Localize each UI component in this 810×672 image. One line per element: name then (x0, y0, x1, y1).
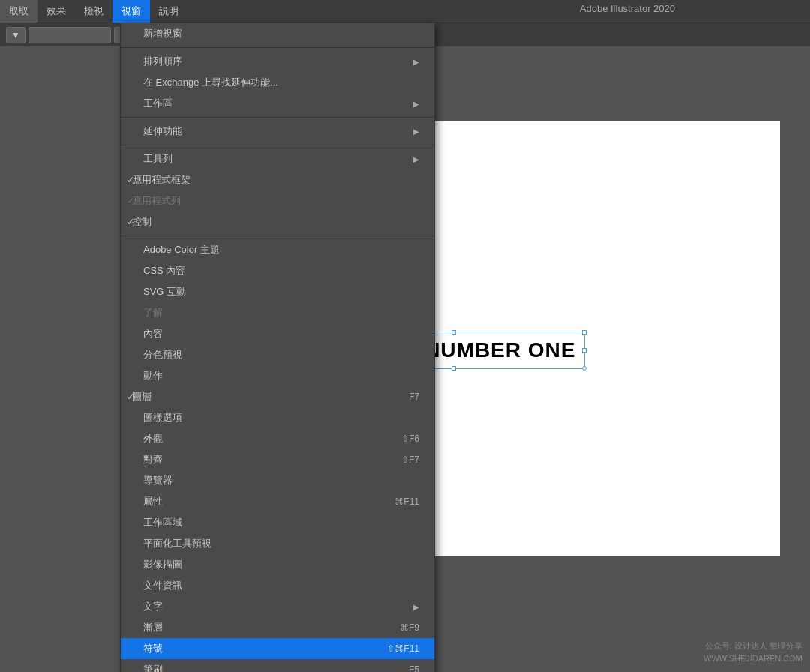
menu-brushes[interactable]: 筆刷 F5 (121, 659, 434, 672)
watermark: 公众号: 设计达人 整理分享 WWW.SHEJIDAREN.COM (704, 640, 802, 664)
menu-item-view[interactable]: 檢視 (75, 0, 112, 22)
menu-learn: 了解 (121, 302, 434, 323)
menu-arrange[interactable]: 排列順序 ▶ (121, 51, 434, 72)
menubar: 取取 效果 檢視 視窗 説明 Adobe Illustrator 2020 (0, 0, 810, 22)
menu-svg-label: SVG 互動 (143, 285, 186, 298)
menu-text-arrow: ▶ (413, 603, 419, 611)
separator-1 (121, 47, 434, 48)
menu-symbols[interactable]: 符號 ⇧⌘F11 (121, 638, 434, 659)
menu-layers-shortcut: F7 (409, 392, 419, 402)
menu-text[interactable]: 文字 ▶ (121, 596, 434, 617)
menu-css-label: CSS 內容 (143, 264, 185, 278)
menu-text-label: 文字 (143, 600, 163, 614)
adobe-title: Adobe Illustrator 2020 (580, 3, 675, 14)
menu-adobe-color[interactable]: Adobe Color 主題 (121, 239, 434, 260)
handle-tr (582, 330, 586, 334)
menu-separation-label: 分色預視 (143, 348, 182, 362)
menu-appearance[interactable]: 外觀 ⇧F6 (121, 428, 434, 449)
menu-app-frame-check: ✓ (127, 175, 134, 185)
menu-actions-label: 動作 (143, 369, 163, 382)
separator-3 (121, 145, 434, 146)
menu-layers-label: 圖層 (132, 390, 152, 404)
menu-content[interactable]: 內容 (121, 323, 434, 344)
dropdown-arrow-icon: ▼ (11, 30, 20, 40)
menu-separation[interactable]: 分色預視 (121, 344, 434, 365)
separator-2 (121, 117, 434, 118)
menu-extensions[interactable]: 延伸功能 ▶ (121, 121, 434, 142)
menu-content-label: 內容 (143, 327, 163, 340)
menu-item-window[interactable]: 視窗 (112, 0, 150, 22)
menu-align-shortcut: ⇧F7 (401, 454, 419, 465)
menu-layers-check: ✓ (127, 392, 134, 402)
menu-navigator[interactable]: 導覽器 (121, 470, 434, 491)
menu-artboards[interactable]: 工作區域 (121, 512, 434, 533)
menu-flatten-label: 平面化工具預視 (143, 537, 212, 550)
menu-exchange[interactable]: 在 Exchange 上尋找延伸功能... (121, 72, 434, 93)
menu-gradient[interactable]: 漸層 ⌘F9 (121, 617, 434, 638)
menu-appearance-shortcut: ⇧F6 (401, 434, 419, 444)
menu-doc-info[interactable]: 文件資訊 (121, 575, 434, 596)
menu-app-bar: ✓ 應用程式列 (121, 190, 434, 212)
menu-image-trace[interactable]: 影像描圖 (121, 554, 434, 575)
menu-arrange-label: 排列順序 (143, 55, 182, 68)
menu-extensions-arrow: ▶ (413, 128, 419, 136)
menu-learn-label: 了解 (143, 306, 163, 320)
menu-item-effect[interactable]: 效果 (38, 0, 75, 22)
menu-app-bar-label: 應用程式列 (132, 194, 181, 208)
menu-properties[interactable]: 屬性 ⌘F11 (121, 491, 434, 512)
menu-app-frame[interactable]: ✓ 應用程式框架 (121, 170, 434, 190)
menu-layers[interactable]: ✓ 圖層 F7 (121, 386, 434, 407)
menu-app-frame-label: 應用程式框架 (132, 173, 190, 187)
menu-symbols-label: 符號 (143, 642, 163, 656)
menu-workspace-label: 工作區 (143, 97, 172, 110)
handle-tc (452, 330, 456, 334)
menu-artboards-label: 工作區域 (143, 516, 182, 530)
menu-app-bar-check: ✓ (127, 196, 134, 206)
menu-properties-shortcut: ⌘F11 (394, 496, 419, 507)
menu-align[interactable]: 對齊 ⇧F7 (121, 449, 434, 470)
font-family-input[interactable] (28, 27, 111, 44)
menu-symbols-shortcut: ⇧⌘F11 (387, 644, 419, 654)
menu-exchange-label: 在 Exchange 上尋找延伸功能... (143, 76, 278, 89)
handle-mr (582, 348, 586, 352)
menu-adobe-color-label: Adobe Color 主題 (143, 243, 220, 256)
menu-item-select[interactable]: 取取 (0, 0, 38, 22)
menu-svg[interactable]: SVG 互動 (121, 281, 434, 302)
menu-gradient-label: 漸層 (143, 621, 163, 634)
menu-workspace[interactable]: 工作區 ▶ (121, 93, 434, 114)
menu-doc-info-label: 文件資訊 (143, 579, 182, 592)
menu-new-window-label: 新增視窗 (143, 27, 182, 40)
separator-4 (121, 236, 434, 236)
watermark-line2: WWW.SHEJIDAREN.COM (704, 652, 802, 665)
menu-control-label: 控制 (132, 215, 152, 229)
menu-extensions-label: 延伸功能 (143, 124, 182, 138)
handle-bc (452, 366, 456, 370)
menu-align-label: 對齊 (143, 453, 163, 466)
window-dropdown-menu: 新增視窗 排列順序 ▶ 在 Exchange 上尋找延伸功能... 工作區 ▶ … (120, 22, 435, 672)
menu-actions[interactable]: 動作 (121, 365, 434, 386)
menu-new-window[interactable]: 新增視窗 (121, 23, 434, 44)
menu-pattern[interactable]: 圖樣選項 (121, 407, 434, 428)
menu-arrange-arrow: ▶ (413, 58, 419, 66)
toolbar-dropdown-arrow[interactable]: ▼ (6, 27, 26, 44)
menu-flatten[interactable]: 平面化工具預視 (121, 533, 434, 554)
menu-control[interactable]: ✓ 控制 (121, 212, 434, 232)
menu-gradient-shortcut: ⌘F9 (400, 622, 419, 633)
menu-css[interactable]: CSS 內容 (121, 260, 434, 281)
menu-toolbar-arrow: ▶ (413, 155, 419, 164)
menu-item-help[interactable]: 説明 (150, 0, 188, 22)
menu-properties-label: 屬性 (143, 495, 163, 508)
menu-control-check: ✓ (127, 217, 134, 227)
menu-brushes-label: 筆刷 (143, 663, 163, 672)
menu-pattern-label: 圖樣選項 (143, 411, 182, 424)
menu-navigator-label: 導覽器 (143, 474, 172, 488)
menu-image-trace-label: 影像描圖 (143, 558, 182, 572)
menu-toolbar[interactable]: 工具列 ▶ (121, 148, 434, 170)
menu-workspace-arrow: ▶ (413, 100, 419, 108)
watermark-line1: 公众号: 设计达人 整理分享 (704, 640, 802, 652)
menu-toolbar-label: 工具列 (143, 152, 172, 166)
menu-brushes-shortcut: F5 (409, 664, 419, 672)
menu-appearance-label: 外觀 (143, 432, 163, 446)
